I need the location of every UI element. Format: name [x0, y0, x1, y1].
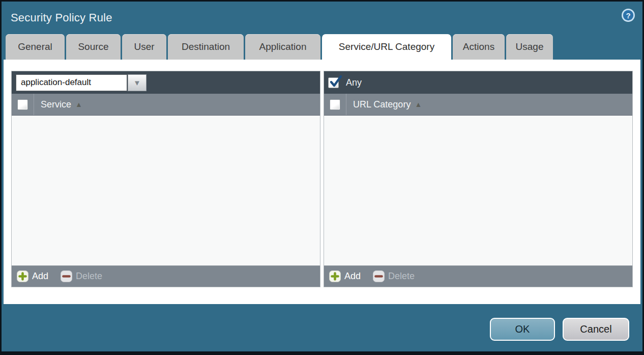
- tab-user[interactable]: User: [122, 34, 166, 60]
- url-category-panel-header: Any: [324, 71, 632, 94]
- tab-actions[interactable]: Actions: [453, 34, 505, 60]
- service-column-label: Service: [41, 99, 71, 110]
- minus-icon: [373, 270, 385, 282]
- url-category-column-header-row: URL Category ▲: [324, 94, 632, 116]
- title-bar: Security Policy Rule: [2, 2, 642, 34]
- security-policy-rule-dialog: Security Policy Rule ? General Source Us…: [0, 0, 644, 355]
- minus-icon: [61, 270, 72, 282]
- service-type-dropdown[interactable]: application-default ▼: [16, 74, 147, 91]
- dialog-footer: OK Cancel: [2, 304, 642, 351]
- service-column-header-row: Service ▲: [12, 94, 320, 116]
- any-label: Any: [346, 77, 362, 88]
- add-label: Add: [344, 271, 361, 282]
- service-panel-header: application-default ▼: [12, 71, 320, 94]
- url-category-delete-button[interactable]: Delete: [373, 270, 415, 282]
- tab-source[interactable]: Source: [66, 34, 121, 60]
- ok-button[interactable]: OK: [490, 318, 555, 341]
- plus-icon: [329, 270, 341, 282]
- service-list: [12, 116, 320, 265]
- dialog-title: Security Policy Rule: [11, 11, 112, 24]
- service-select-all-cell: [12, 94, 34, 115]
- url-category-column-label: URL Category: [353, 99, 411, 110]
- delete-label: Delete: [388, 271, 415, 282]
- url-category-select-all-checkbox[interactable]: [330, 99, 340, 110]
- url-category-add-button[interactable]: Add: [329, 270, 361, 282]
- service-toolbar: Add Delete: [12, 265, 320, 287]
- url-category-toolbar: Add Delete: [324, 265, 632, 287]
- service-select-all-checkbox[interactable]: [17, 99, 28, 110]
- sort-asc-icon[interactable]: ▲: [75, 100, 82, 108]
- any-checkbox[interactable]: [328, 77, 339, 88]
- cancel-button[interactable]: Cancel: [563, 318, 629, 341]
- plus-icon: [17, 270, 28, 282]
- tab-content: application-default ▼ Service ▲: [4, 60, 640, 304]
- service-panel: application-default ▼ Service ▲: [11, 71, 320, 287]
- url-category-select-all-cell: [324, 94, 346, 115]
- tab-strip: General Source User Destination Applicat…: [2, 34, 642, 60]
- url-category-panel: Any URL Category ▲ Ad: [324, 71, 633, 287]
- tab-general[interactable]: General: [6, 34, 65, 60]
- help-icon[interactable]: ?: [621, 8, 635, 22]
- delete-label: Delete: [76, 271, 102, 282]
- help-glyph: ?: [626, 11, 630, 20]
- service-add-button[interactable]: Add: [17, 270, 48, 282]
- dropdown-arrow-icon[interactable]: ▼: [128, 74, 147, 91]
- tab-service-url-category[interactable]: Service/URL Category: [322, 34, 451, 60]
- tab-application[interactable]: Application: [245, 34, 320, 60]
- service-type-value[interactable]: application-default: [16, 74, 127, 91]
- sort-asc-icon[interactable]: ▲: [415, 100, 422, 108]
- checkmark-icon: [329, 75, 342, 89]
- tab-destination[interactable]: Destination: [168, 34, 244, 60]
- service-delete-button[interactable]: Delete: [61, 270, 102, 282]
- add-label: Add: [32, 271, 48, 282]
- tab-usage[interactable]: Usage: [506, 34, 553, 60]
- url-category-list: [324, 116, 632, 265]
